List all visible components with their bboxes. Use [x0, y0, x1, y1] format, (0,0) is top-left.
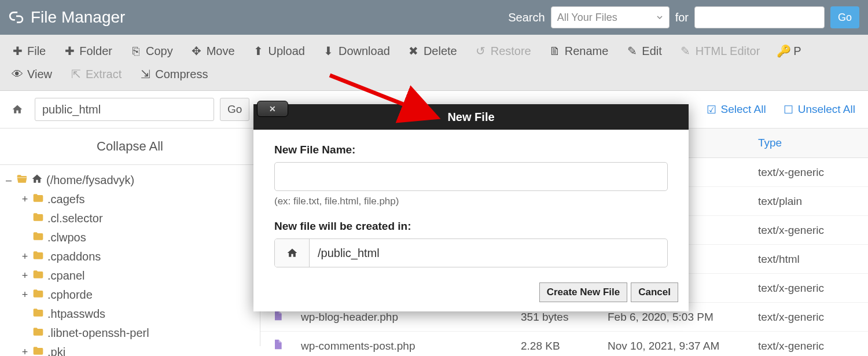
select-all-link[interactable]: ☑ Select All [707, 103, 766, 116]
file-type: text/html [752, 253, 868, 266]
home-button[interactable] [6, 98, 29, 121]
expand-icon[interactable]: + [21, 193, 29, 205]
tree-root[interactable]: – (/home/fysadvyk) [5, 171, 255, 190]
html-editor-button[interactable]: ✎HTML Editor [671, 39, 770, 63]
file-size: 351 bytes [515, 311, 602, 324]
path-input[interactable] [35, 98, 214, 121]
unselect-all-link[interactable]: ☐ Unselect All [784, 103, 855, 116]
restore-button[interactable]: ↺Restore [466, 39, 540, 63]
tree-item-label: .libnet-openssh-perl [47, 326, 149, 340]
expand-icon[interactable]: + [21, 270, 29, 282]
tree-item-label: .cphorde [47, 288, 93, 302]
tree-item[interactable]: + .cagefs [5, 190, 255, 209]
app-header: File Manager Search All Your Files for G… [0, 0, 868, 35]
rename-button[interactable]: 🗎Rename [540, 39, 618, 63]
tree-item-label: .pki [47, 346, 65, 356]
table-row[interactable]: wp-comments-post.php 2.28 KB Nov 10, 202… [260, 332, 868, 356]
collapse-icon[interactable]: – [5, 174, 13, 186]
extract-button[interactable]: ⇱Extract [61, 63, 131, 86]
cpanel-logo-icon [9, 10, 24, 25]
filename-label: New File Name: [274, 144, 668, 156]
tree-root-label: (/home/fysadvyk) [46, 174, 134, 187]
move-button[interactable]: ✥Move [182, 39, 244, 63]
checkbox-checked-icon: ☑ [707, 103, 716, 116]
search-scope-value: All Your Files [557, 12, 617, 24]
folder-icon [32, 230, 44, 245]
expand-icon[interactable]: + [21, 251, 29, 263]
file-date: Nov 10, 2021, 9:37 AM [602, 340, 752, 353]
toolbar: ✚File ✚Folder ⎘Copy ✥Move ⬆Upload ⬇Downl… [0, 35, 868, 91]
search-scope-select[interactable]: All Your Files [551, 6, 670, 28]
download-button[interactable]: ⬇Download [314, 39, 399, 63]
home-icon [31, 173, 43, 188]
folder-icon [32, 288, 44, 302]
search-input[interactable] [694, 6, 825, 28]
cancel-button[interactable]: Cancel [631, 282, 678, 302]
close-icon: ✕ [269, 104, 276, 113]
file-name: wp-comments-post.php [295, 340, 515, 353]
folder-icon [32, 307, 44, 321]
move-icon: ✥ [192, 44, 202, 58]
tree-item[interactable]: + .cphorde [5, 285, 255, 304]
key-icon: 🔑 [778, 44, 789, 58]
dialog-title: New File [447, 111, 494, 124]
path-home-button[interactable] [275, 239, 310, 267]
create-file-button[interactable]: Create New File [539, 282, 628, 302]
tree-item[interactable]: .cl.selector [5, 209, 255, 228]
collapse-all-button[interactable]: Collapse All [0, 129, 260, 165]
copy-icon: ⎘ [131, 45, 141, 58]
folder-icon [32, 326, 44, 340]
path-label: New file will be created in: [274, 220, 668, 233]
delete-button[interactable]: ✖Delete [399, 39, 466, 63]
permissions-button[interactable]: 🔑P [769, 39, 810, 63]
new-file-dialog: ✕ New File New File Name: (ex: file.txt,… [253, 104, 689, 311]
delete-icon: ✖ [409, 44, 419, 58]
tree-item[interactable]: + .cpanel [5, 266, 255, 285]
dialog-titlebar: ✕ New File [253, 104, 689, 130]
folder-icon [32, 249, 44, 264]
edit-button[interactable]: ✎Edit [617, 39, 671, 63]
restore-icon: ↺ [476, 44, 486, 58]
tree-item-label: .cpanel [47, 269, 85, 282]
app-title: File Manager [31, 8, 508, 27]
filename-hint: (ex: file.txt, file.html, file.php) [274, 196, 668, 207]
path-value[interactable]: /public_html [310, 239, 667, 267]
tree-item[interactable]: .clwpos [5, 228, 255, 247]
view-button[interactable]: 👁View [3, 63, 61, 86]
file-type: text/x-generic [752, 311, 868, 324]
expand-icon[interactable]: + [21, 346, 29, 356]
file-size: 2.28 KB [515, 340, 602, 353]
search-go-button[interactable]: Go [830, 6, 859, 28]
plus-icon: ✚ [12, 44, 23, 58]
rename-icon: 🗎 [550, 45, 560, 58]
file-type: text/x-generic [752, 166, 868, 179]
chevron-down-icon [656, 12, 663, 24]
expand-icon[interactable]: + [21, 289, 29, 301]
file-name: wp-blog-header.php [295, 311, 515, 324]
tree-item[interactable]: + .cpaddons [5, 247, 255, 266]
new-folder-button[interactable]: ✚Folder [55, 39, 122, 63]
tree-item[interactable]: .libnet-openssh-perl [5, 324, 255, 343]
folder-icon [32, 345, 44, 356]
filename-input[interactable] [274, 162, 668, 191]
upload-icon: ⬆ [253, 44, 264, 58]
download-icon: ⬇ [323, 44, 334, 58]
tree-item[interactable]: .htpasswds [5, 304, 255, 324]
file-type: text/plain [752, 195, 868, 208]
path-go-button[interactable]: Go [220, 98, 249, 121]
compress-button[interactable]: ⇲Compress [131, 63, 217, 86]
tree-item-label: .htpasswds [47, 307, 105, 321]
new-file-button[interactable]: ✚File [3, 39, 55, 63]
copy-button[interactable]: ⎘Copy [122, 39, 182, 63]
tree-item[interactable]: + .pki [5, 343, 255, 356]
folder-icon [32, 192, 44, 207]
upload-button[interactable]: ⬆Upload [244, 39, 314, 63]
checkbox-empty-icon: ☐ [784, 103, 793, 116]
compress-icon: ⇲ [140, 67, 150, 81]
extract-icon: ⇱ [71, 67, 81, 81]
folder-icon [32, 211, 44, 226]
tree-item-label: .cagefs [47, 193, 84, 206]
dialog-close-button[interactable]: ✕ [257, 101, 288, 117]
column-header-type[interactable]: Type [752, 137, 868, 149]
search-label: Search [508, 11, 545, 24]
